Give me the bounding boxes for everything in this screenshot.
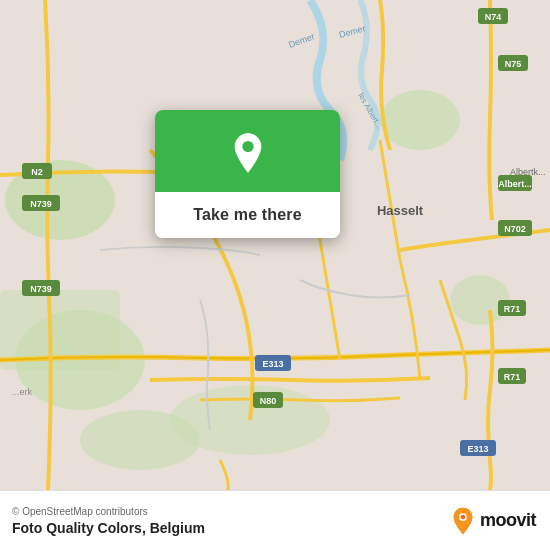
osm-credit: © OpenStreetMap contributors: [12, 506, 205, 517]
footer-info: © OpenStreetMap contributors Foto Qualit…: [12, 506, 205, 536]
svg-text:...erk: ...erk: [12, 387, 33, 397]
moovit-pin-icon: [449, 507, 477, 535]
svg-text:Albert...: Albert...: [498, 179, 532, 189]
location-pin-icon: [227, 132, 269, 174]
svg-text:E313: E313: [467, 444, 488, 454]
svg-point-7: [80, 410, 200, 470]
svg-text:E313: E313: [262, 359, 283, 369]
svg-text:N702: N702: [504, 224, 526, 234]
location-name: Foto Quality Colors, Belgium: [12, 520, 205, 536]
svg-text:Albertk...: Albertk...: [510, 167, 546, 177]
popup-green-area: [155, 110, 340, 192]
svg-text:N739: N739: [30, 284, 52, 294]
svg-text:R71: R71: [504, 304, 521, 314]
svg-point-38: [242, 141, 253, 152]
svg-text:N739: N739: [30, 199, 52, 209]
moovit-text: moovit: [480, 510, 536, 531]
svg-point-40: [461, 514, 466, 519]
svg-point-3: [380, 90, 460, 150]
svg-text:N2: N2: [31, 167, 43, 177]
map-container[interactable]: N2 N739 N739 N74 N75 Albert... N702 R71 …: [0, 0, 550, 490]
footer-bar: © OpenStreetMap contributors Foto Qualit…: [0, 490, 550, 550]
svg-text:N75: N75: [505, 59, 522, 69]
take-me-there-button[interactable]: Take me there: [155, 192, 340, 238]
svg-text:N80: N80: [260, 396, 277, 406]
svg-text:N74: N74: [485, 12, 502, 22]
svg-text:Hasselt: Hasselt: [377, 203, 424, 218]
popup-card: Take me there: [155, 110, 340, 238]
svg-text:R71: R71: [504, 372, 521, 382]
moovit-logo: moovit: [449, 507, 536, 535]
